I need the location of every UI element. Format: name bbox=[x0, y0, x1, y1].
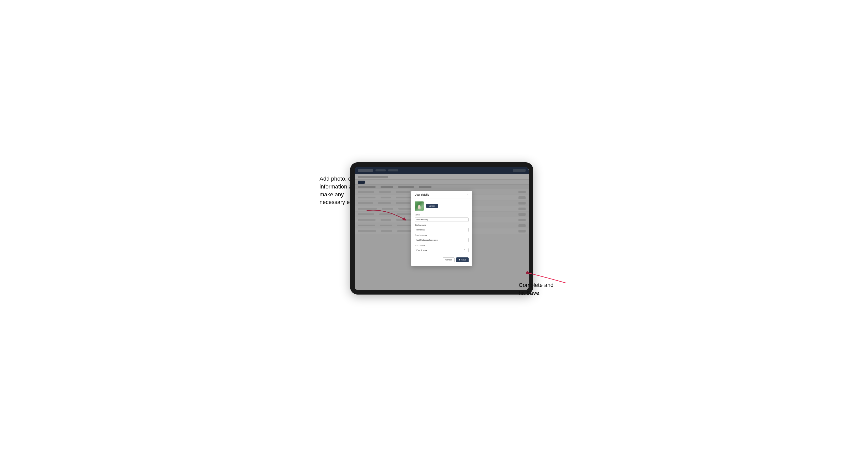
tablet-frame: User details × Upload Name bbox=[350, 162, 533, 294]
annotation-right-text-line2: hit bbox=[519, 290, 526, 296]
modal-footer: Cancel ⬆ Save bbox=[411, 254, 472, 262]
email-label: Email address bbox=[415, 234, 469, 236]
modal-header: User details × bbox=[411, 191, 472, 198]
tablet-screen: User details × Upload Name bbox=[354, 167, 529, 290]
select-clear-icon[interactable]: ✕ bbox=[464, 249, 465, 251]
school-year-label: School Year bbox=[415, 244, 469, 247]
email-field-group: Email address bbox=[415, 234, 469, 242]
school-year-select-wrapper: Fourth Year First Year Second Year Third… bbox=[415, 247, 469, 252]
photo-section: Upload bbox=[415, 201, 469, 211]
annotation-right-bold: Save bbox=[526, 290, 539, 296]
school-year-select[interactable]: Fourth Year First Year Second Year Third… bbox=[415, 248, 469, 252]
modal-close-button[interactable]: × bbox=[467, 193, 469, 196]
save-icon: ⬆ bbox=[459, 259, 461, 261]
name-field-group: Name bbox=[415, 214, 469, 222]
upload-photo-button[interactable]: Upload bbox=[426, 204, 438, 208]
school-year-field-group: School Year Fourth Year First Year Secon… bbox=[415, 244, 469, 252]
scene: Add photo, check information and make an… bbox=[319, 155, 549, 312]
modal-overlay: User details × Upload Name bbox=[354, 167, 529, 290]
name-input[interactable] bbox=[415, 217, 469, 222]
user-photo-thumbnail bbox=[415, 201, 424, 211]
save-button[interactable]: ⬆ Save bbox=[456, 257, 469, 262]
cancel-button[interactable]: Cancel bbox=[443, 257, 455, 262]
display-name-field-group: Display name bbox=[415, 224, 469, 232]
name-label: Name bbox=[415, 214, 469, 216]
modal-title: User details bbox=[415, 193, 429, 196]
annotation-right-end: . bbox=[539, 290, 541, 296]
email-input[interactable] bbox=[415, 238, 469, 242]
app-background: User details × Upload Name bbox=[354, 167, 529, 290]
user-details-modal: User details × Upload Name bbox=[411, 191, 472, 266]
modal-body: Upload Name Display name bbox=[411, 198, 472, 252]
display-name-label: Display name bbox=[415, 224, 469, 226]
save-label: Save bbox=[462, 259, 466, 261]
display-name-input[interactable] bbox=[415, 228, 469, 232]
